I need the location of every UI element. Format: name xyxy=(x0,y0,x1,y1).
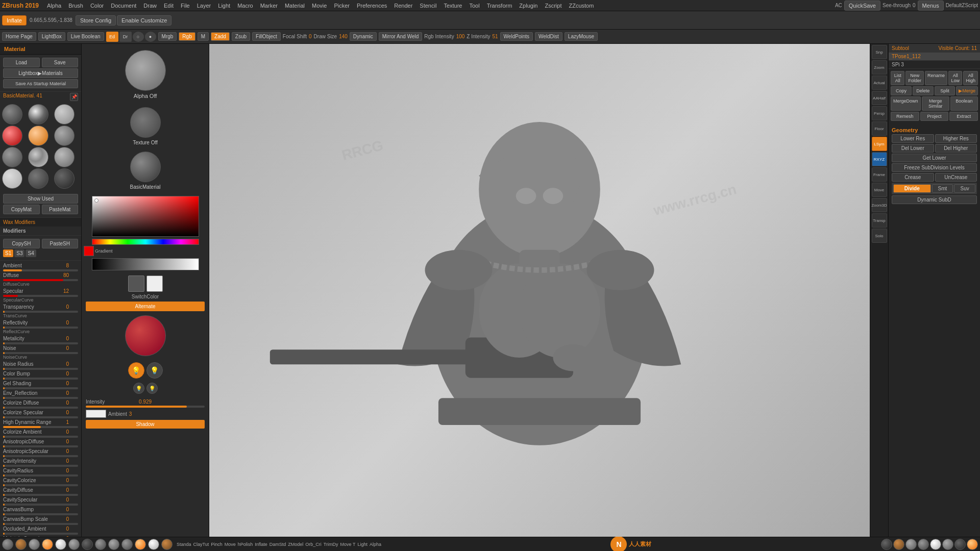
freeze-sub-button[interactable]: Freeze SubDivision Levels xyxy=(892,163,977,172)
project-button[interactable]: Project xyxy=(920,112,949,121)
persp-button[interactable]: Persp xyxy=(872,106,887,120)
enable-customize-button[interactable]: Enable Customize xyxy=(117,15,172,26)
aahalf-button[interactable]: AAHalf xyxy=(872,91,887,105)
brush-move-t[interactable] xyxy=(135,539,146,550)
canvas-bump-slider[interactable] xyxy=(3,513,78,515)
color-swatch-alt[interactable] xyxy=(146,276,163,292)
noise-radius-slider[interactable] xyxy=(3,368,78,370)
menu-preferences[interactable]: Preferences xyxy=(354,2,390,10)
list-all-button[interactable]: List All xyxy=(891,71,904,85)
m-button[interactable]: M xyxy=(198,32,209,41)
brush-standard[interactable] xyxy=(2,539,13,550)
menu-draw[interactable]: Draw xyxy=(140,2,160,10)
show-used-button[interactable]: Show Used xyxy=(3,194,78,204)
light-icon-off[interactable]: 💡 xyxy=(146,362,163,379)
menu-macro[interactable]: Macro xyxy=(234,2,256,10)
menu-material[interactable]: Material xyxy=(282,2,308,10)
brush-orb-crack[interactable] xyxy=(108,539,119,550)
cavity-radius-slider[interactable] xyxy=(3,474,78,477)
copy-sh-button[interactable]: CopySH xyxy=(3,239,40,248)
colorize-ambient-slider[interactable] xyxy=(3,436,78,438)
paste-sh-button[interactable]: PasteSH xyxy=(42,239,79,248)
menu-zplugin[interactable]: Zplugin xyxy=(516,2,541,10)
bottom-ball-8[interactable] xyxy=(967,539,978,550)
fill-object-button[interactable]: FillObject xyxy=(252,32,281,41)
edit-mode-button[interactable]: Ed xyxy=(106,32,118,42)
menu-color[interactable]: Color xyxy=(87,2,107,10)
solo-button[interactable]: Solo xyxy=(872,229,887,243)
bottom-ball-3[interactable] xyxy=(905,539,917,550)
noise-slider[interactable] xyxy=(3,352,78,354)
bottom-ball-1[interactable] xyxy=(881,539,892,550)
ambient-slider[interactable] xyxy=(3,269,78,271)
all-high-button[interactable]: All High xyxy=(963,71,978,85)
higher-res-button[interactable]: Higher Res xyxy=(935,134,977,143)
mat-gray3[interactable] xyxy=(54,147,75,167)
light-small-icon-2[interactable]: 💡 xyxy=(146,383,158,394)
copy-button[interactable]: Copy xyxy=(891,86,912,95)
pin-icon[interactable]: 📌 xyxy=(70,93,78,101)
save-as-startup-button[interactable]: Save As Startup Material xyxy=(3,79,78,88)
canvas-area[interactable]: RRCG 人人素材 www.rrcg.cn xyxy=(209,44,870,537)
lower-res-button[interactable]: Lower Res xyxy=(892,134,934,143)
zadd-button[interactable]: Zadd xyxy=(211,32,230,41)
mirror-weld-button[interactable]: Mirror And Weld xyxy=(379,32,423,41)
menus-button[interactable]: Menus xyxy=(918,1,944,11)
dynamic-sub-button[interactable]: Dynamic SubD xyxy=(892,195,977,204)
reflect-curve-label[interactable]: ReflectCurve xyxy=(3,329,78,335)
actual-button[interactable]: Actual xyxy=(872,76,887,90)
specular-curve-label[interactable]: SpecularCurve xyxy=(3,297,78,303)
brush-hpolish[interactable] xyxy=(55,539,66,550)
bottom-ball-7[interactable] xyxy=(954,539,966,550)
home-page-button[interactable]: Home Page xyxy=(2,32,36,41)
color-picker-box[interactable] xyxy=(92,196,199,237)
quicksave-button[interactable]: QuickSave xyxy=(844,1,880,11)
extract-button[interactable]: Extract xyxy=(949,112,978,121)
colorize-specular-slider[interactable] xyxy=(3,416,78,418)
mat-skin-sha[interactable] xyxy=(28,104,48,124)
lsym-button[interactable]: LSym xyxy=(872,137,887,151)
move-button[interactable]: Move xyxy=(872,183,887,197)
hue-bar[interactable] xyxy=(92,239,199,245)
subtool-item-tpose[interactable]: TPose1_112 xyxy=(889,53,980,61)
menu-light[interactable]: Light xyxy=(215,2,233,10)
live-boolean-button[interactable]: Live Boolean xyxy=(67,32,104,41)
mat-basic-skin[interactable] xyxy=(2,104,22,124)
menu-zscript[interactable]: Zscript xyxy=(542,2,565,10)
mat-chalk[interactable] xyxy=(54,104,75,124)
menu-tool[interactable]: Tool xyxy=(466,2,482,10)
pastemat-button[interactable]: PasteMat xyxy=(42,205,79,214)
rgb-button[interactable]: Rgb xyxy=(179,32,195,41)
menu-texture[interactable]: Texture xyxy=(440,2,465,10)
sphere-icon[interactable]: ○ xyxy=(133,32,144,42)
color-swatch-red[interactable] xyxy=(84,246,94,256)
rename-button[interactable]: Rename xyxy=(925,71,947,85)
merge-button[interactable]: ▶Merge xyxy=(956,86,978,95)
suv-button[interactable]: Suv xyxy=(954,184,975,193)
mat-skin-ml[interactable] xyxy=(54,126,75,146)
mat-framer[interactable] xyxy=(54,168,75,189)
snp-button[interactable]: Snp xyxy=(872,45,887,59)
metalicity-slider[interactable] xyxy=(3,342,78,344)
del-higher-button[interactable]: Del Higher xyxy=(935,144,977,153)
remesh-button[interactable]: Remesh xyxy=(891,112,919,121)
ambient-color-swatch[interactable] xyxy=(86,410,106,418)
light-small-icon-1[interactable]: 💡 xyxy=(133,383,144,394)
canvas-bump-scale-slider[interactable] xyxy=(3,523,78,525)
brush-alpha[interactable] xyxy=(161,539,173,550)
mat-toy[interactable] xyxy=(2,147,22,167)
bottom-ball-5[interactable] xyxy=(930,539,941,550)
mat-flat-col[interactable] xyxy=(28,147,48,167)
lightbox-button[interactable]: LightBox xyxy=(38,32,65,41)
alternate-button[interactable]: Alternate xyxy=(86,302,205,311)
load-button[interactable]: Load xyxy=(3,58,40,67)
mat-gray4[interactable] xyxy=(28,168,48,189)
smt-button[interactable]: Smt xyxy=(932,184,953,193)
high-dynamic-range-slider[interactable] xyxy=(3,426,78,428)
save-button[interactable]: Save xyxy=(42,58,79,67)
shadow-button[interactable]: Shadow xyxy=(86,420,205,429)
brush-move[interactable] xyxy=(42,539,53,550)
bottom-ball-6[interactable] xyxy=(942,539,953,550)
menu-zzcustom[interactable]: ZZcustom xyxy=(566,2,597,10)
brush-clay-tut[interactable] xyxy=(15,539,27,550)
